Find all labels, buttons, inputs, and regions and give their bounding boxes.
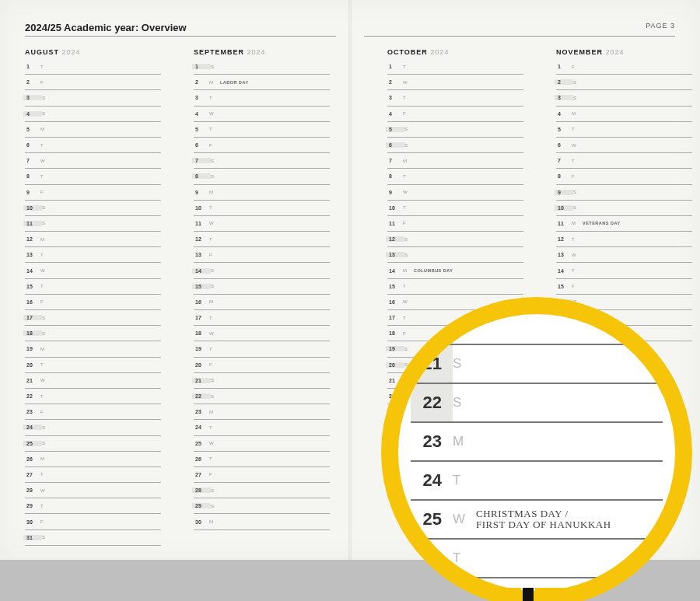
day-row: 2S: [556, 75, 692, 90]
day-row: 28S: [194, 483, 330, 498]
day-number: 3: [194, 95, 209, 100]
day-row: 20F: [194, 358, 330, 373]
day-number: 2: [25, 79, 40, 85]
day-number: 19: [194, 346, 209, 351]
day-number: 16: [387, 299, 403, 305]
day-row: 3T: [194, 90, 330, 106]
day-number: 17: [387, 315, 403, 320]
day-number: 3: [23, 95, 42, 100]
day-of-week: W: [40, 159, 51, 163]
magnifier-row: 20F: [411, 320, 663, 345]
day-number: 29: [25, 503, 40, 508]
day-row: 5T: [194, 122, 330, 138]
day-of-week: M: [40, 347, 51, 351]
day-of-week: T: [403, 205, 414, 210]
day-row: 3T: [387, 90, 523, 106]
day-row: 14W: [25, 263, 161, 278]
day-of-week: S: [42, 316, 53, 320]
day-row: 28W: [25, 483, 161, 498]
day-of-week: M: [403, 159, 414, 163]
day-number: 9: [194, 190, 209, 195]
magnifier-day-of-week: T: [453, 550, 476, 566]
day-number: 2: [194, 79, 209, 85]
day-of-week: S: [404, 347, 415, 351]
day-row: 15S: [194, 279, 330, 295]
day-of-week: T: [209, 425, 220, 430]
day-number: 30: [25, 519, 40, 525]
day-of-week: S: [211, 488, 222, 493]
day-row: 22S: [194, 389, 330, 404]
day-number: 13: [194, 252, 209, 257]
day-of-week: W: [403, 190, 414, 194]
day-row: 12T: [556, 232, 692, 247]
day-of-week: M: [572, 221, 583, 225]
day-number: 2: [387, 79, 403, 85]
day-number: 17: [194, 315, 209, 320]
day-of-week: S: [42, 425, 53, 430]
day-of-week: W: [209, 331, 220, 336]
day-number: 7: [192, 158, 211, 163]
day-of-week: S: [211, 65, 222, 69]
day-row: 7S: [194, 153, 330, 169]
day-of-week: F: [40, 80, 51, 85]
day-number: 6: [386, 142, 404, 148]
day-of-week: F: [40, 299, 51, 304]
day-number: 9: [387, 190, 403, 195]
day-of-week: T: [209, 205, 220, 210]
magnifier-ribbon: [535, 588, 566, 601]
day-of-week: S: [42, 331, 53, 336]
day-row: 25W: [194, 436, 330, 452]
day-of-week: T: [40, 504, 51, 508]
day-row: 13S: [387, 247, 523, 263]
day-of-week: T: [572, 159, 583, 163]
day-number: 13: [556, 252, 572, 257]
magnifier-ribbon: [490, 588, 521, 601]
day-row: 9F: [25, 185, 161, 201]
day-number: 15: [387, 284, 403, 289]
day-row: 13W: [556, 247, 692, 263]
day-row: 10S: [25, 201, 161, 216]
day-row: 10S: [556, 201, 692, 216]
day-number: 28: [192, 487, 211, 493]
day-of-week: T: [40, 472, 51, 477]
day-row: 4S: [25, 107, 161, 122]
day-of-week: M: [572, 111, 583, 116]
day-row: 8S: [194, 169, 330, 184]
day-row: 6W: [556, 138, 692, 153]
day-of-week: S: [42, 535, 53, 540]
day-row: 19T: [194, 341, 330, 357]
day-number: 15: [192, 284, 211, 289]
day-number: 4: [387, 111, 403, 117]
magnifier-row: 21S: [411, 345, 663, 384]
day-of-week: M: [209, 410, 220, 414]
day-of-week: T: [403, 174, 414, 179]
day-number: 5: [556, 127, 572, 132]
day-of-week: F: [209, 143, 220, 148]
day-of-week: T: [209, 237, 220, 242]
day-of-week: T: [40, 284, 51, 288]
day-row: 16M: [194, 295, 330, 310]
day-number: 5: [386, 127, 404, 132]
day-row: 30F: [25, 514, 161, 529]
day-number: 21: [25, 378, 40, 383]
day-row: 29T: [25, 498, 161, 514]
day-number: 12: [556, 236, 572, 242]
day-of-week: S: [42, 441, 53, 446]
day-number: 10: [23, 205, 42, 211]
day-row: 12M: [25, 232, 161, 247]
day-number: 14: [192, 268, 211, 274]
day-of-week: F: [40, 410, 51, 414]
day-of-week: M: [403, 268, 414, 273]
day-row: 24S: [25, 420, 161, 435]
day-of-week: S: [573, 190, 584, 194]
day-of-week: T: [209, 347, 220, 351]
day-number: 10: [555, 205, 573, 211]
day-note: LABOR DAY: [220, 80, 249, 85]
magnifier-row: 23M: [411, 423, 663, 462]
day-number: 12: [25, 236, 40, 242]
day-number: 15: [25, 284, 40, 289]
magnifier-day-number: 24: [411, 470, 453, 491]
day-row: 24T: [194, 420, 330, 435]
magnifier-row: 25WCHRISTMAS DAY /FIRST DAY OF HANUKKAH: [411, 501, 663, 540]
day-row: 7W: [25, 153, 161, 169]
